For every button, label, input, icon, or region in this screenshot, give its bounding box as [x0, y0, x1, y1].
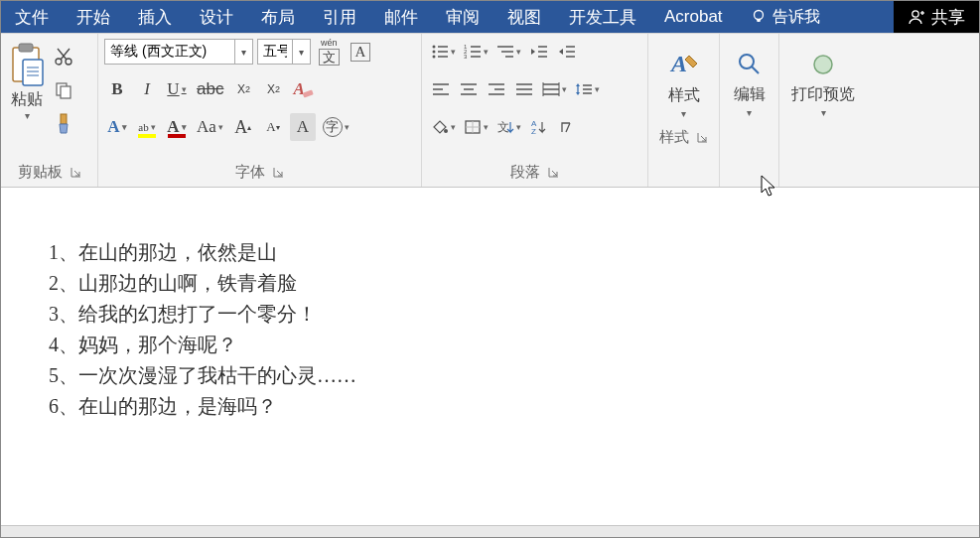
font-name-dropdown[interactable]: ▾: [234, 40, 252, 64]
svg-point-58: [444, 129, 448, 133]
paste-dropdown[interactable]: ▾: [25, 110, 30, 121]
tab-mailings[interactable]: 邮件: [370, 1, 432, 33]
tab-home[interactable]: 开始: [63, 1, 124, 33]
superscript-button[interactable]: X2: [260, 75, 286, 103]
menubar-spacer: [834, 1, 894, 33]
tab-review[interactable]: 审阅: [432, 1, 493, 33]
distributed-button[interactable]: ▾: [539, 75, 570, 103]
outdent-icon: [530, 44, 548, 60]
justify-button[interactable]: [511, 75, 537, 103]
svg-rect-13: [61, 86, 70, 98]
borders-button[interactable]: ▾: [461, 113, 491, 141]
line-spacing-icon: [575, 81, 593, 97]
sort-button[interactable]: AZ: [526, 113, 552, 141]
phonetic-bottom: 文: [319, 49, 340, 66]
styles-icon: A: [667, 50, 701, 79]
status-bar: [1, 525, 979, 537]
char-shading-button[interactable]: A: [290, 113, 316, 141]
bullets-button[interactable]: ▾: [428, 38, 459, 66]
align-left-icon: [432, 81, 450, 97]
doc-line: 3、给我的幻想打了一个零分！: [49, 299, 979, 330]
svg-point-20: [433, 56, 436, 59]
svg-text:3: 3: [464, 54, 468, 60]
phonetic-guide-button[interactable]: wén 文: [315, 38, 344, 66]
tab-file[interactable]: 文件: [1, 1, 63, 33]
format-painter-button[interactable]: [51, 111, 76, 137]
cut-button[interactable]: [51, 44, 76, 69]
paste-button[interactable]: [7, 42, 47, 87]
show-marks-button[interactable]: [554, 113, 580, 141]
numbering-button[interactable]: 123▾: [461, 38, 491, 66]
sup-n: 2: [275, 84, 280, 94]
multilevel-list-button[interactable]: ▾: [493, 38, 524, 66]
italic-button[interactable]: I: [134, 75, 160, 103]
tell-me-label: 告诉我: [772, 7, 820, 28]
edit-button[interactable]: 编辑 ▾: [734, 38, 766, 125]
svg-point-0: [754, 11, 763, 20]
group-font-label: 字体: [235, 163, 265, 182]
group-styles-label: 样式: [659, 128, 689, 147]
align-left-button[interactable]: [428, 75, 454, 103]
strike-label: abc: [197, 79, 223, 99]
share-button[interactable]: 共享: [894, 1, 979, 33]
increase-indent-button[interactable]: [554, 38, 580, 66]
bold-button[interactable]: B: [104, 75, 130, 103]
svg-line-67: [752, 67, 759, 73]
document-area[interactable]: 1、在山的那边，依然是山 2、山那边的山啊，铁青着脸 3、给我的幻想打了一个零分…: [1, 188, 979, 525]
change-case-button[interactable]: Aa▾: [194, 113, 226, 141]
print-preview-button[interactable]: 打印预览 ▾: [791, 38, 855, 125]
line-spacing-button[interactable]: ▾: [572, 75, 603, 103]
clear-formatting-button[interactable]: A: [290, 75, 316, 103]
tab-acrobat[interactable]: Acrobat: [650, 1, 737, 33]
align-center-button[interactable]: [456, 75, 482, 103]
doc-line: 5、一次次漫湿了我枯干的心灵……: [49, 360, 979, 391]
tab-developer[interactable]: 开发工具: [555, 1, 650, 33]
paragraph-launcher[interactable]: [548, 167, 559, 178]
grow-A: A: [234, 117, 247, 138]
clipboard-launcher[interactable]: [70, 167, 81, 178]
copy-icon: [54, 80, 73, 100]
svg-point-66: [740, 55, 754, 68]
font-size-input[interactable]: [258, 40, 292, 64]
highlight-button[interactable]: ab▾: [134, 113, 160, 141]
subscript-button[interactable]: X2: [230, 75, 256, 103]
tell-me[interactable]: 告诉我: [737, 1, 834, 33]
text-effects-button[interactable]: A▾: [104, 113, 130, 141]
strikethrough-button[interactable]: abc: [194, 75, 226, 103]
share-person-icon: [908, 8, 925, 26]
font-launcher[interactable]: [273, 167, 284, 178]
sup-x: X: [267, 82, 275, 96]
align-right-button[interactable]: [484, 75, 509, 103]
font-name-input[interactable]: [105, 40, 234, 64]
grow-font-button[interactable]: A▴: [230, 113, 256, 141]
multilevel-icon: [496, 44, 514, 60]
char-border-button[interactable]: A: [348, 38, 374, 66]
align-center-icon: [460, 81, 478, 97]
font-color-button[interactable]: A▾: [164, 113, 190, 141]
shrink-font-button[interactable]: A▾: [260, 113, 286, 141]
underline-button[interactable]: U▾: [164, 75, 190, 103]
decrease-indent-button[interactable]: [526, 38, 552, 66]
styles-launcher[interactable]: [697, 132, 708, 143]
text-direction-button[interactable]: 文▾: [493, 113, 524, 141]
font-name-combo[interactable]: ▾: [104, 39, 253, 65]
svg-point-16: [433, 46, 436, 49]
tab-insert[interactable]: 插入: [124, 1, 186, 33]
tab-references[interactable]: 引用: [309, 1, 370, 33]
enclose-chars-button[interactable]: 字▾: [320, 113, 352, 141]
svg-point-18: [433, 51, 436, 54]
svg-text:A: A: [669, 51, 687, 76]
styles-button[interactable]: A 样式 ▾: [667, 38, 701, 125]
tab-layout[interactable]: 布局: [247, 1, 309, 33]
doc-line: 1、在山的那边，依然是山: [49, 237, 979, 268]
borders-icon: [464, 119, 482, 135]
font-size-dropdown[interactable]: ▾: [292, 40, 310, 64]
shading-button[interactable]: ▾: [428, 113, 459, 141]
tab-view[interactable]: 视图: [493, 1, 555, 33]
font-size-combo[interactable]: ▾: [257, 39, 311, 65]
justify-icon: [515, 81, 533, 97]
copy-button[interactable]: [51, 77, 76, 103]
find-icon: [736, 51, 764, 78]
tab-design[interactable]: 设计: [186, 1, 247, 33]
align-right-icon: [488, 81, 505, 97]
